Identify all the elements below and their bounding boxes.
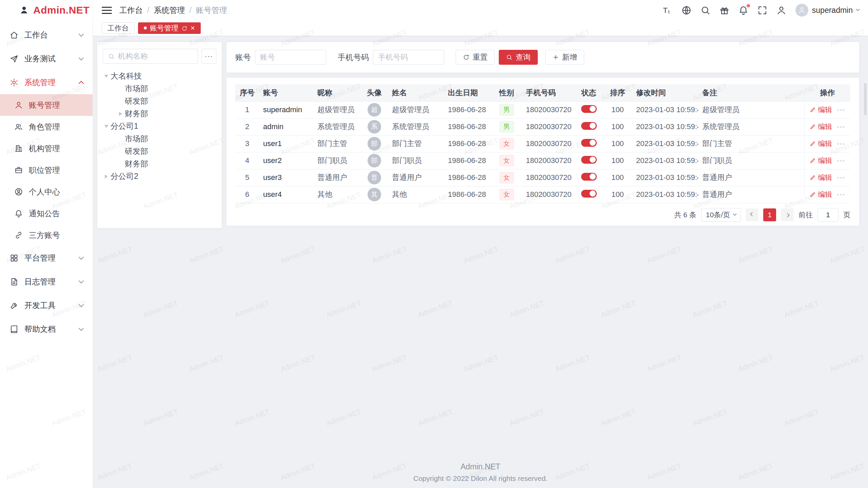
sidebar-item-personal-center[interactable]: 个人中心 [0,181,93,203]
fullscreen-button[interactable] [757,5,768,16]
sidebar-item-notice-announcement[interactable]: 通知公告 [0,203,93,224]
sidebar-item-third-party-account[interactable]: 三方账号 [0,224,93,246]
app-logo[interactable]: Admin.NET [0,0,93,20]
tree-node[interactable]: 财务部 [103,107,216,120]
cell-name: 超级管理员 [388,101,444,118]
status-toggle[interactable] [581,122,597,130]
notifications-button[interactable] [738,5,749,16]
page-size-select[interactable]: 10条/页 [701,208,741,222]
sidebar-item-dev-tools[interactable]: 开发工具 [0,293,93,317]
gift-button[interactable] [719,5,730,16]
status-toggle[interactable] [581,173,597,181]
sidebar-item-log-management[interactable]: 日志管理 [0,270,93,293]
tree-node[interactable]: 市场部 [103,133,216,145]
grid-icon [9,253,19,263]
tree-node[interactable]: 研发部 [103,145,216,158]
cell-modified: 2023-01-03 10:59:44 [632,101,698,118]
tree-node[interactable]: 财务部 [103,158,216,170]
org-more-button[interactable]: ··· [201,49,216,64]
tab-close-icon[interactable]: × [191,24,195,32]
edit-button[interactable]: 编辑 [809,139,832,148]
fullscreen-icon [757,5,768,16]
wrench-icon [9,301,19,310]
tab-account-management[interactable]: 账号管理× [138,22,201,34]
add-button[interactable]: 新增 [545,50,584,65]
status-toggle[interactable] [581,139,597,147]
edit-button[interactable]: 编辑 [809,156,832,165]
org-search-input[interactable] [118,52,193,61]
tree-node[interactable]: 大名科技 [103,70,216,82]
account-input[interactable] [260,53,321,62]
breadcrumb-item[interactable]: 系统管理 [154,5,185,16]
cell-modified: 2023-01-03 10:59:44 [632,186,698,203]
sidebar-item-system-management[interactable]: 系统管理 [0,70,93,94]
sidebar-item-workbench[interactable]: 工作台 [0,23,93,47]
tree-node[interactable]: 分公司2 [103,170,216,183]
scrollbar-thumb[interactable] [864,83,867,115]
sidebar-item-position-management[interactable]: 职位管理 [0,159,93,181]
cell-index: 3 [235,135,259,152]
cell-sort: 100 [603,135,632,152]
tree-node[interactable]: 研发部 [103,95,216,107]
cell-avatar: 部 [361,135,388,152]
status-toggle[interactable] [581,105,597,113]
row-more-button[interactable]: ··· [837,190,845,199]
search-button[interactable]: 查询 [499,50,538,65]
column-header: 出生日期 [444,84,491,101]
cell-sort: 100 [603,118,632,135]
reset-button-label: 重置 [473,52,488,62]
column-header: 性别 [491,84,522,101]
edit-button[interactable]: 编辑 [809,122,832,131]
reset-button[interactable]: 重置 [456,50,495,65]
page-button-1[interactable]: 1 [763,208,776,221]
gender-badge: 男 [499,121,514,133]
sidebar-item-org-management[interactable]: 机构管理 [0,138,93,159]
cell-gender: 女 [491,186,522,203]
row-more-button[interactable]: ··· [837,105,845,114]
row-more-button[interactable]: ··· [837,156,845,165]
tab-workbench[interactable]: 工作台 [102,22,135,34]
sidebar-item-account-management[interactable]: 账号管理 [0,94,93,116]
tab-refresh-button[interactable] [181,24,188,32]
cell-sort: 100 [603,101,632,118]
status-toggle[interactable] [581,156,597,164]
caret-right-icon[interactable] [119,112,122,116]
status-toggle[interactable] [581,190,597,198]
cell-gender: 男 [491,118,522,135]
topbar: 工作台 / 系统管理 / 账号管理 Tt superadmin [93,0,868,20]
caret-down-icon[interactable] [104,75,108,78]
caret-down-icon[interactable] [104,125,108,128]
edit-button[interactable]: 编辑 [809,190,832,199]
cell-remark: 系统管理员 [698,118,804,135]
phone-input[interactable] [378,53,439,62]
search-button[interactable] [700,5,711,16]
sidebar-item-role-management[interactable]: 角色管理 [0,116,93,138]
sidebar-item-help-docs[interactable]: 帮助文档 [0,317,93,341]
prev-page-button[interactable] [746,208,758,221]
cell-name: 系统管理员 [388,118,444,135]
tree-node[interactable]: 分公司1 [103,120,216,133]
org-search-field [103,49,198,64]
tree-node-label: 研发部 [125,146,148,157]
edit-button[interactable]: 编辑 [809,173,832,182]
row-more-button[interactable]: ··· [837,139,845,148]
edit-button[interactable]: 编辑 [809,105,832,115]
locale-button[interactable] [681,5,692,16]
user-settings-button[interactable] [776,5,787,16]
sidebar-item-business-test[interactable]: 业务测试 [0,47,93,70]
breadcrumb-item[interactable]: 工作台 [119,5,143,16]
row-more-button[interactable]: ··· [837,122,845,131]
menu-toggle-button[interactable] [102,6,112,15]
user-menu[interactable]: superadmin [795,4,859,17]
next-page-button[interactable] [781,208,794,221]
cell-name: 部门主管 [388,135,444,152]
font-size-button[interactable]: Tt [662,5,673,16]
gender-badge: 女 [499,172,514,184]
sidebar-item-platform-management[interactable]: 平台管理 [0,246,93,270]
cell-name: 部门职员 [388,152,444,169]
caret-right-icon[interactable] [105,175,108,179]
tree-node[interactable]: 市场部 [103,82,216,95]
goto-page-input[interactable] [817,208,839,222]
main-panel: 账号 手机号码 重置 查询 新增 [226,42,859,228]
row-more-button[interactable]: ··· [837,173,845,182]
